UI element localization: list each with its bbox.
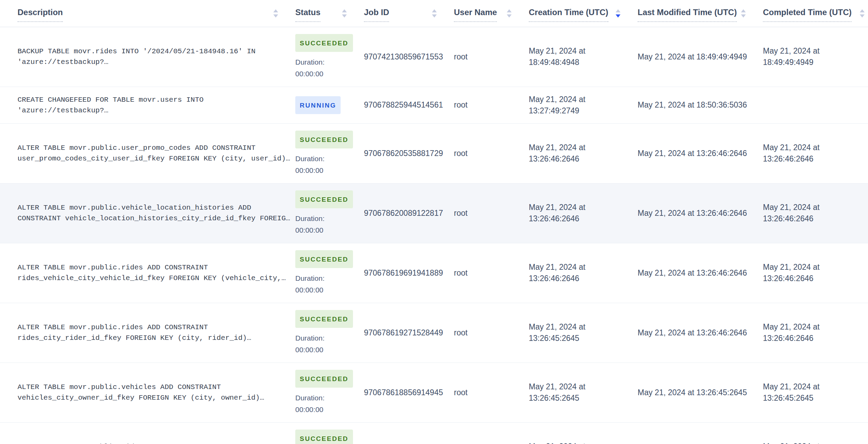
duration-value: 00:00:00: [295, 165, 347, 176]
job-last-modified-time: May 21, 2024 at 13:26:45:2645: [638, 363, 763, 422]
job-user-name: root: [454, 183, 529, 243]
column-header-job-id[interactable]: Job ID: [364, 0, 454, 27]
table-row[interactable]: ALTER TABLE movr.public.vehicles ADD CON…: [0, 363, 868, 422]
column-label: Status: [295, 8, 320, 22]
status-badge: SUCCEEDED: [295, 370, 353, 388]
status-badge: SUCCEEDED: [295, 430, 353, 444]
jobs-table: Description Status Job ID User Name: [0, 0, 868, 444]
column-label: Last Modified Time (UTC): [638, 8, 737, 22]
column-label: Creation Time (UTC): [529, 8, 608, 22]
sort-arrows-icon[interactable]: [741, 9, 746, 18]
job-last-modified-time: May 21, 2024 at 13:26:46:2646: [638, 183, 763, 243]
column-header-last-modified-time[interactable]: Last Modified Time (UTC): [638, 0, 763, 27]
table-row[interactable]: BACKUP TABLE movr.rides INTO '/2024/05/2…: [0, 27, 868, 87]
sort-arrows-icon[interactable]: [507, 9, 512, 18]
job-description-link[interactable]: ALTER TABLE movr.public.rides ADD CONSTR…: [18, 262, 292, 284]
job-creation-time: May 21, 2024 at 13:26:43:2643: [529, 422, 638, 444]
job-description-link[interactable]: BACKUP TABLE movr.rides INTO '/2024/05/2…: [18, 46, 292, 67]
status-badge: SUCCEEDED: [295, 131, 353, 148]
column-label: Description: [18, 8, 63, 22]
table-row[interactable]: ALTER TABLE movr.public.user_promo_codes…: [0, 123, 868, 183]
job-user-name: root: [454, 243, 529, 303]
job-description-link[interactable]: ALTER TABLE movr.public.rides ADD CONSTR…: [18, 322, 292, 343]
sort-arrows-icon[interactable]: [273, 9, 278, 18]
job-creation-time: May 21, 2024 at 13:26:46:2646: [529, 243, 638, 303]
job-creation-time: May 21, 2024 at 18:49:48:4948: [529, 27, 638, 87]
column-label: User Name: [454, 8, 497, 22]
job-description-link[interactable]: CREATE CHANGEFEED FOR TABLE movr.users I…: [18, 95, 292, 116]
duration-label: Duration:: [295, 153, 347, 165]
job-completed-time: May 21, 2024 at 13:26:46:2646: [763, 123, 868, 183]
duration-value: 00:00:00: [295, 344, 347, 356]
column-header-status[interactable]: Status: [295, 0, 364, 27]
job-duration: Duration: 00:00:00: [295, 213, 347, 236]
status-badge: RUNNING: [295, 96, 341, 114]
sort-arrows-icon-active[interactable]: [616, 9, 620, 18]
duration-label: Duration:: [295, 273, 347, 284]
duration-label: Duration:: [295, 213, 347, 224]
job-creation-time: May 21, 2024 at 13:26:46:2646: [529, 183, 638, 243]
job-creation-time: May 21, 2024 at 13:27:49:2749: [529, 87, 638, 123]
job-id: 970678619271528449: [364, 303, 454, 363]
job-id: 970742130859671553: [364, 27, 454, 87]
job-duration: Duration: 00:00:00: [295, 153, 347, 176]
job-duration: Duration: 00:00:00: [295, 56, 347, 80]
job-description-link[interactable]: ALTER TABLE movr.public.user_promo_codes…: [18, 143, 292, 164]
job-last-modified-time: May 21, 2024 at 18:49:49:4949: [638, 27, 763, 87]
column-header-user-name[interactable]: User Name: [454, 0, 529, 27]
column-header-completed-time[interactable]: Completed Time (UTC): [763, 0, 868, 27]
header-row: Description Status Job ID User Name: [0, 0, 868, 27]
job-duration: Duration: 00:00:00: [295, 392, 347, 415]
status-badge: SUCCEEDED: [295, 34, 353, 52]
jobs-table-body: BACKUP TABLE movr.rides INTO '/2024/05/2…: [0, 27, 868, 444]
column-header-description[interactable]: Description: [0, 0, 295, 27]
column-label: Job ID: [364, 8, 389, 22]
job-creation-time: May 21, 2024 at 13:26:45:2645: [529, 303, 638, 363]
job-user-name: root: [454, 87, 529, 123]
jobs-table-header: Description Status Job ID User Name: [0, 0, 868, 27]
sort-arrows-icon[interactable]: [342, 9, 347, 18]
job-completed-time: May 21, 2024 at 13:26:44:2644: [763, 422, 868, 444]
job-description-link[interactable]: ALTER TABLE movr.public.vehicles ADD CON…: [18, 382, 292, 403]
job-id: 970678619691941889: [364, 243, 454, 303]
job-creation-time: May 21, 2024 at 13:26:46:2646: [529, 123, 638, 183]
job-user-name: root: [454, 27, 529, 87]
table-row[interactable]: ALTER TABLE movr.public.vehicle_location…: [0, 183, 868, 243]
job-duration: Duration: 00:00:00: [295, 273, 347, 296]
column-header-creation-time[interactable]: Creation Time (UTC): [529, 0, 638, 27]
job-completed-time: May 21, 2024 at 13:26:46:2646: [763, 243, 868, 303]
job-user-name: root: [454, 123, 529, 183]
table-row[interactable]: ALTER TABLE movr.public.rides ADD CONSTR…: [0, 303, 868, 363]
duration-label: Duration:: [295, 392, 347, 404]
job-user-name: root: [454, 303, 529, 363]
sort-arrows-icon[interactable]: [860, 9, 865, 18]
job-completed-time: May 21, 2024 at 13:26:46:2646: [763, 183, 868, 243]
job-creation-time: May 21, 2024 at 13:26:45:2645: [529, 363, 638, 422]
job-description-link[interactable]: IMPORT INTO movr.public.rides CSV DATA (…: [18, 442, 292, 444]
job-description-link[interactable]: ALTER TABLE movr.public.vehicle_location…: [18, 202, 292, 224]
duration-value: 00:00:00: [295, 68, 347, 80]
job-last-modified-time: May 21, 2024 at 13:26:46:2646: [638, 123, 763, 183]
status-badge: SUCCEEDED: [295, 190, 353, 208]
job-id: 970678620535881729: [364, 123, 454, 183]
job-user-name: root: [454, 363, 529, 422]
job-last-modified-time: May 21, 2024 at 13:26:46:2646: [638, 243, 763, 303]
duration-value: 00:00:00: [295, 284, 347, 296]
job-completed-time: [763, 87, 868, 123]
job-completed-time: May 21, 2024 at 18:49:49:4949: [763, 27, 868, 87]
job-id: 970678618856914945: [364, 363, 454, 422]
table-row[interactable]: IMPORT INTO movr.public.rides CSV DATA (…: [0, 422, 868, 444]
job-last-modified-time: May 21, 2024 at 13:26:44:2644: [638, 422, 763, 444]
job-completed-time: May 21, 2024 at 13:26:45:2645: [763, 363, 868, 422]
job-duration: Duration: 00:00:00: [295, 332, 347, 356]
table-row[interactable]: CREATE CHANGEFEED FOR TABLE movr.users I…: [0, 87, 868, 123]
sort-arrows-icon[interactable]: [432, 9, 437, 18]
job-id: 970678612838252545: [364, 422, 454, 444]
duration-label: Duration:: [295, 56, 347, 68]
status-badge: SUCCEEDED: [295, 250, 353, 268]
column-label: Completed Time (UTC): [763, 8, 852, 22]
job-completed-time: May 21, 2024 at 13:26:46:2646: [763, 303, 868, 363]
duration-label: Duration:: [295, 332, 347, 344]
job-last-modified-time: May 21, 2024 at 18:50:36:5036: [638, 87, 763, 123]
table-row[interactable]: ALTER TABLE movr.public.rides ADD CONSTR…: [0, 243, 868, 303]
